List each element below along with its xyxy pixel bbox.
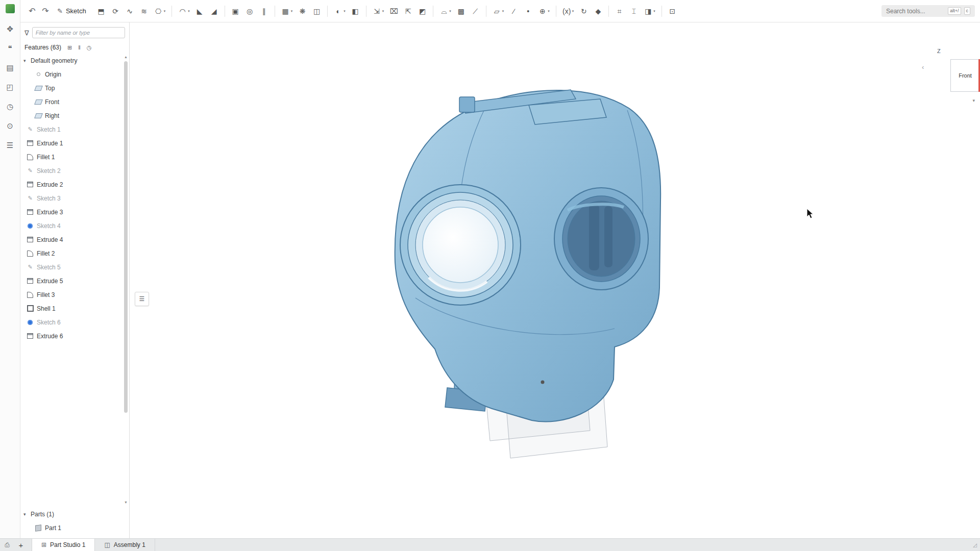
insert-folder-icon[interactable]: ⊞ bbox=[67, 44, 72, 51]
helix-icon[interactable]: ↻ bbox=[577, 5, 591, 18]
feature-tree-item[interactable]: Extrude 3 bbox=[20, 205, 129, 219]
graphics-viewport[interactable]: ☰ Z ‹ Front ▾ bbox=[130, 22, 980, 539]
feature-tree-item[interactable]: Shell 1 bbox=[20, 302, 129, 315]
model-right-opening[interactable] bbox=[554, 188, 648, 290]
feature-tree-item[interactable]: Sketch 4 bbox=[20, 219, 129, 233]
parts-group-row[interactable]: ▾ Parts (1) bbox=[20, 507, 129, 521]
chevron-down-icon[interactable]: ▾ bbox=[164, 9, 166, 13]
part-row[interactable]: Part 1 bbox=[20, 521, 129, 535]
axis-icon[interactable]: ∕ bbox=[507, 5, 521, 18]
scrollbar-thumb[interactable] bbox=[124, 61, 128, 413]
scroll-down-icon[interactable]: ▼ bbox=[123, 500, 129, 505]
view-cube[interactable]: Z ‹ Front ▾ bbox=[919, 37, 980, 123]
offset-surface-icon[interactable]: ⌓▾ bbox=[437, 5, 454, 18]
ruled-surface-icon[interactable]: ⟋ bbox=[469, 5, 482, 18]
chevron-down-icon[interactable]: ▾ bbox=[572, 9, 574, 13]
sketch-button[interactable]: ✎ Sketch bbox=[57, 7, 86, 15]
chevron-down-icon[interactable]: ▾ bbox=[548, 9, 550, 13]
hole-icon[interactable]: ◎ bbox=[243, 5, 257, 18]
split-icon[interactable]: ◧ bbox=[349, 5, 362, 18]
point-icon[interactable]: • bbox=[521, 5, 535, 18]
feature-list-flyout-button[interactable]: ☰ bbox=[135, 292, 149, 306]
extrude-icon[interactable]: ⬒ bbox=[94, 5, 108, 18]
filter-funnel-icon[interactable]: ∇ bbox=[24, 29, 29, 37]
view-cube-rotate-arrow-icon[interactable]: ‹ bbox=[922, 63, 924, 71]
capture-thumbnail-icon[interactable]: ⎙ bbox=[0, 539, 14, 551]
thicken-icon[interactable]: ⎔▾ bbox=[152, 5, 168, 18]
redo-button[interactable]: ↷ bbox=[39, 4, 52, 18]
document-panel-icon[interactable]: ▤ bbox=[5, 62, 16, 73]
feature-tree-item[interactable]: Extrude 6 bbox=[20, 329, 129, 343]
view-cube-menu-icon[interactable]: ▾ bbox=[972, 98, 975, 103]
versions-icon[interactable]: ◷ bbox=[5, 101, 16, 112]
resize-grip-icon[interactable]: ◿ bbox=[973, 539, 980, 551]
origin-point[interactable] bbox=[541, 381, 545, 384]
search-icon[interactable]: ⊙ bbox=[5, 120, 16, 132]
revolve-icon[interactable]: ⟳ bbox=[109, 5, 122, 18]
feature-tree-item[interactable]: ▾Default geometry bbox=[20, 54, 129, 67]
sheet-metal-icon[interactable]: ⌗ bbox=[612, 5, 626, 18]
fill-icon[interactable]: ▩ bbox=[454, 5, 468, 18]
feature-tree-item[interactable]: Top bbox=[20, 81, 129, 95]
move-icon[interactable]: ✥ bbox=[5, 23, 16, 35]
replace-face-icon[interactable]: ◩ bbox=[415, 5, 429, 18]
mate-connector-icon[interactable]: ⊕▾ bbox=[535, 5, 552, 18]
comments-icon[interactable]: ❝ bbox=[5, 43, 16, 54]
tag-icon[interactable]: ◆ bbox=[591, 5, 605, 18]
appearance-icon[interactable]: ◨▾ bbox=[641, 5, 658, 18]
chevron-down-icon[interactable]: ▾ bbox=[449, 9, 451, 13]
suppress-icon[interactable]: ‖ bbox=[78, 44, 81, 51]
mirror-icon[interactable]: ◫ bbox=[310, 5, 324, 18]
feature-tree-item[interactable]: Extrude 1 bbox=[20, 136, 129, 150]
feature-tree-item[interactable]: Extrude 4 bbox=[20, 233, 129, 246]
rollback-icon[interactable]: ◷ bbox=[87, 44, 92, 51]
sweep-icon[interactable]: ∿ bbox=[123, 5, 137, 18]
parts-icon[interactable]: ◰ bbox=[5, 82, 16, 93]
feature-tree-item[interactable]: Right bbox=[20, 109, 129, 122]
linear-pattern-icon[interactable]: ▦▾ bbox=[279, 5, 296, 18]
move-face-icon[interactable]: ⇱ bbox=[401, 5, 415, 18]
chevron-down-icon[interactable]: ▾ bbox=[382, 9, 384, 13]
chevron-down-icon[interactable]: ▾ bbox=[23, 512, 31, 517]
chevron-down-icon[interactable]: ▾ bbox=[344, 9, 346, 13]
fillet-icon[interactable]: ◠▾ bbox=[176, 5, 192, 18]
chevron-down-icon[interactable]: ▾ bbox=[291, 9, 293, 13]
feature-tree-item[interactable]: Sketch 1 bbox=[20, 122, 129, 136]
app-logo-icon[interactable] bbox=[6, 4, 15, 13]
undo-button[interactable]: ↶ bbox=[26, 4, 39, 18]
plane-icon[interactable]: ▱▾ bbox=[490, 5, 507, 18]
feature-tree-item[interactable]: Sketch 3 bbox=[20, 191, 129, 205]
chamfer-icon[interactable]: ◣ bbox=[193, 5, 207, 18]
feature-tree-item[interactable]: Front bbox=[20, 95, 129, 109]
circular-pattern-icon[interactable]: ❋ bbox=[296, 5, 309, 18]
feature-tree-item[interactable]: Fillet 1 bbox=[20, 150, 129, 164]
chevron-down-icon[interactable]: ▾ bbox=[188, 9, 190, 13]
feature-filter-input[interactable] bbox=[32, 27, 125, 38]
customize-toolbar-icon[interactable]: ⊡ bbox=[666, 5, 679, 18]
chevron-down-icon[interactable]: ▾ bbox=[502, 9, 504, 13]
tab-part-studio-1[interactable]: ⊞Part Studio 1 bbox=[32, 539, 95, 551]
rib-icon[interactable]: ∥ bbox=[257, 5, 271, 18]
feature-tree-item[interactable]: Extrude 5 bbox=[20, 274, 129, 288]
feature-tree-item[interactable]: Fillet 2 bbox=[20, 246, 129, 260]
search-tools-input[interactable]: Search tools... alt+/ c bbox=[881, 5, 975, 17]
feature-tree-scrollbar[interactable]: ▲ ▼ bbox=[123, 55, 129, 505]
delete-face-icon[interactable]: ⌧ bbox=[387, 5, 401, 18]
draft-icon[interactable]: ◢ bbox=[207, 5, 221, 18]
variable-icon[interactable]: (x)▾ bbox=[560, 5, 577, 18]
feature-tree-item[interactable]: Origin bbox=[20, 67, 129, 81]
add-tab-button[interactable]: + bbox=[14, 539, 28, 551]
scroll-up-icon[interactable]: ▲ bbox=[123, 55, 129, 60]
shell-icon[interactable]: ▣ bbox=[229, 5, 242, 18]
frame-icon[interactable]: ⌶ bbox=[627, 5, 641, 18]
tab-assembly-1[interactable]: ◫Assembly 1 bbox=[95, 539, 155, 551]
view-cube-front-face[interactable]: Front bbox=[950, 59, 980, 92]
transform-icon[interactable]: ⇲▾ bbox=[370, 5, 387, 18]
part-model-3d[interactable] bbox=[130, 22, 980, 538]
model-left-lens[interactable] bbox=[400, 185, 521, 305]
feature-tree-item[interactable]: Fillet 3 bbox=[20, 288, 129, 302]
feature-tree-item[interactable]: Sketch 5 bbox=[20, 260, 129, 274]
feature-tree-item[interactable]: Extrude 2 bbox=[20, 178, 129, 191]
boolean-icon[interactable]: ◐▾ bbox=[331, 5, 348, 18]
chevron-down-icon[interactable]: ▾ bbox=[23, 58, 31, 63]
